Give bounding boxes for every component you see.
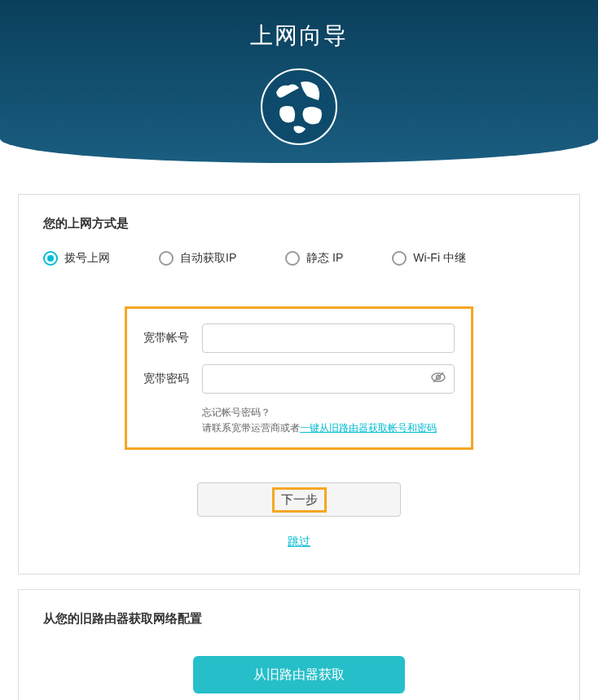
- eye-icon[interactable]: [430, 369, 446, 389]
- radio-option-pppoe[interactable]: 拨号上网: [43, 251, 110, 266]
- radio-option-dhcp[interactable]: 自动获取IP: [159, 251, 236, 266]
- radio-circle: [285, 251, 300, 266]
- next-button[interactable]: 下一步: [197, 482, 401, 517]
- password-input[interactable]: [202, 364, 455, 394]
- account-row: 宽带帐号: [143, 324, 455, 353]
- old-router-card: 从您的旧路由器获取网络配置 从旧路由器获取: [18, 589, 580, 700]
- radio-label: 拨号上网: [64, 251, 110, 266]
- password-label: 宽带密码: [143, 372, 202, 386]
- radio-circle: [159, 251, 174, 266]
- connection-type-card: 您的上网方式是 拨号上网 自动获取IP 静态 IP Wi-Fi 中继 宽带帐号 …: [18, 194, 580, 575]
- radio-circle: [392, 251, 407, 266]
- skip-link[interactable]: 跳过: [43, 535, 555, 549]
- radio-label: 静态 IP: [306, 251, 343, 266]
- connection-type-title: 您的上网方式是: [43, 216, 555, 231]
- fetch-from-old-router-link[interactable]: 一键从旧路由器获取帐号和密码: [300, 422, 437, 434]
- account-input[interactable]: [202, 324, 455, 353]
- radio-circle: [43, 251, 58, 266]
- page-title: 上网向导: [0, 20, 598, 51]
- radio-dot: [47, 255, 54, 262]
- credentials-form-box: 宽带帐号 宽带密码 忘记帐号密码？ 请联系宽带运营商或者一键从旧路由器获取帐号和…: [125, 306, 473, 450]
- password-wrapper: [202, 364, 455, 394]
- hint-line2-prefix: 请联系宽带运营商或者: [202, 422, 300, 434]
- radio-label: 自动获取IP: [180, 251, 236, 266]
- fetch-old-router-button[interactable]: 从旧路由器获取: [193, 656, 405, 693]
- globe-icon: [260, 68, 338, 146]
- radio-option-static[interactable]: 静态 IP: [285, 251, 343, 266]
- radio-option-wifi-repeat[interactable]: Wi-Fi 中继: [392, 251, 466, 266]
- wizard-header: 上网向导: [0, 0, 598, 163]
- next-button-highlight: 下一步: [272, 487, 327, 513]
- account-label: 宽带帐号: [143, 331, 202, 346]
- hint-text: 忘记帐号密码？ 请联系宽带运营商或者一键从旧路由器获取帐号和密码: [202, 405, 455, 436]
- hint-line1: 忘记帐号密码？: [202, 407, 270, 418]
- password-row: 宽带密码: [143, 364, 455, 394]
- old-router-title: 从您的旧路由器获取网络配置: [43, 611, 555, 627]
- globe-icon-container: [0, 68, 598, 149]
- radio-label: Wi-Fi 中继: [413, 251, 466, 266]
- connection-type-radio-group: 拨号上网 自动获取IP 静态 IP Wi-Fi 中继: [43, 251, 555, 266]
